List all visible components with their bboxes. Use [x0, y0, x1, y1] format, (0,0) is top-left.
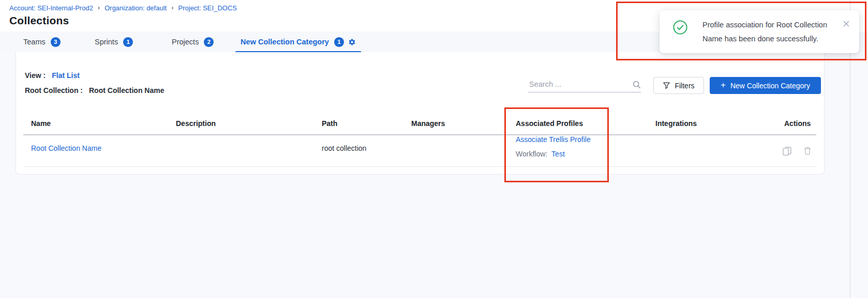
page-title: Collections	[9, 14, 69, 27]
table-header-divider	[23, 134, 816, 135]
root-collection-row: Root Collection : Root Collection Name	[25, 86, 164, 95]
new-collection-category-button-label: New Collection Category	[730, 82, 810, 90]
collections-panel: View : Flat List Root Collection : Root …	[16, 52, 825, 175]
tab-sprints-label: Sprints	[95, 38, 118, 46]
root-collection-label: Root Collection :	[25, 86, 83, 95]
filter-funnel-icon	[663, 82, 670, 89]
row-path: root collection	[322, 144, 366, 152]
tab-sprints-count-badge: 1	[123, 37, 133, 47]
tab-teams-count-badge: 3	[51, 37, 61, 47]
column-header-name: Name	[31, 119, 51, 128]
root-collection-value: Root Collection Name	[89, 86, 164, 95]
tab-teams-label: Teams	[23, 38, 46, 46]
tab-new-collection-category-label: New Collection Category	[241, 38, 329, 46]
breadcrumb-project-link[interactable]: Project: SEI_DOCS	[178, 4, 237, 12]
chevron-right-icon: ›	[171, 4, 173, 11]
new-collection-category-button[interactable]: + New Collection Category	[710, 77, 821, 94]
success-toast: Profile association for Root Collection …	[660, 10, 859, 53]
tab-new-collection-category-count-badge: 1	[334, 37, 344, 47]
associate-trellis-profile-link[interactable]: Associate Trellis Profile	[516, 135, 591, 144]
view-row: View : Flat List	[25, 71, 80, 80]
tab-sprints[interactable]: Sprints 1	[95, 32, 133, 52]
plus-icon: +	[721, 81, 726, 89]
column-header-associated-profiles: Associated Profiles	[516, 119, 583, 128]
breadcrumb-account-link[interactable]: Account: SEI-Internal-Prod2	[9, 4, 93, 12]
tab-projects-count-badge: 2	[204, 37, 214, 47]
filters-button[interactable]: Filters	[653, 77, 704, 94]
tab-new-collection-category[interactable]: New Collection Category 1	[235, 32, 361, 52]
breadcrumb-organization-link[interactable]: Organization: default	[104, 4, 167, 12]
gear-icon[interactable]	[348, 38, 356, 46]
collections-page: Account: SEI-Internal-Prod2 › Organizati…	[0, 0, 868, 298]
row-name-link[interactable]: Root Collection Name	[31, 144, 101, 152]
tab-projects-label: Projects	[172, 38, 199, 46]
search-field	[528, 77, 641, 92]
workflow-label: Workflow:	[516, 150, 547, 158]
search-icon	[633, 81, 641, 89]
toast-close-icon[interactable]	[843, 20, 850, 27]
column-header-managers: Managers	[411, 119, 445, 128]
flat-list-link[interactable]: Flat List	[52, 71, 80, 80]
search-input[interactable]	[528, 80, 633, 89]
tab-teams[interactable]: Teams 3	[23, 32, 61, 52]
toast-message: Profile association for Root Collection …	[702, 18, 843, 46]
column-header-description: Description	[176, 119, 216, 128]
tab-projects[interactable]: Projects 2	[172, 32, 214, 52]
table-row-divider	[23, 166, 816, 167]
copy-icon[interactable]	[782, 146, 792, 156]
breadcrumb: Account: SEI-Internal-Prod2 › Organizati…	[9, 4, 237, 12]
chevron-right-icon: ›	[98, 4, 100, 11]
delete-trash-icon[interactable]	[803, 146, 812, 155]
column-header-integrations: Integrations	[655, 119, 697, 128]
column-header-path: Path	[322, 119, 337, 128]
workflow-test-link[interactable]: Test	[551, 150, 565, 158]
filters-button-label: Filters	[675, 82, 694, 90]
column-header-actions: Actions	[784, 119, 811, 128]
workflow-cell: Workflow: Test	[516, 150, 565, 158]
view-label: View :	[25, 71, 46, 80]
success-check-icon	[672, 20, 688, 35]
